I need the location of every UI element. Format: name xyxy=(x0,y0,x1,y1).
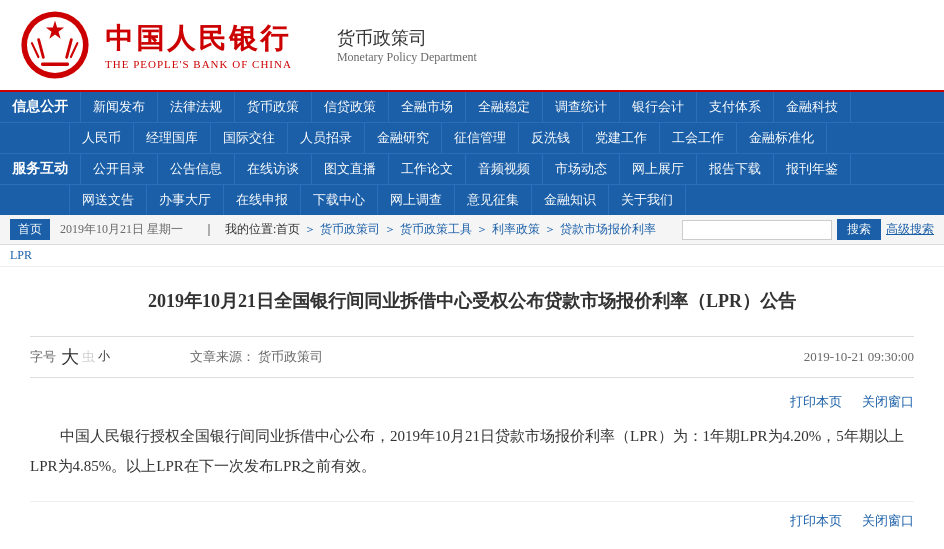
nav-items-row2: 人民币 经理国库 国际交往 人员招录 金融研究 征信管理 反洗钱 党建工作 工会… xyxy=(70,123,944,153)
nav-gongkai-mulu[interactable]: 公开目录 xyxy=(81,154,158,184)
nav-jinrong-stable[interactable]: 全融稳定 xyxy=(466,92,543,122)
nav-jinrong-market[interactable]: 全融市场 xyxy=(389,92,466,122)
breadcrumb-path-1[interactable]: 货币政策司 xyxy=(320,221,380,238)
nav-baogao[interactable]: 报告下载 xyxy=(697,154,774,184)
nav-zaixian-shenbao[interactable]: 在线申报 xyxy=(224,185,301,215)
nav-diaocha[interactable]: 调查统计 xyxy=(543,92,620,122)
breadcrumb-date: 2019年10月21日 星期一 xyxy=(60,221,183,238)
nav-xiazai[interactable]: 下载中心 xyxy=(301,185,378,215)
nav-fanxi[interactable]: 反洗钱 xyxy=(519,123,583,153)
nav-row-4: 网送文告 办事大厅 在线申报 下载中心 网上调查 意见征集 金融知识 关于我们 xyxy=(0,184,944,215)
nav-xinwen[interactable]: 新闻发布 xyxy=(81,92,158,122)
nav-huobi[interactable]: 货币政策 xyxy=(235,92,312,122)
search-input[interactable] xyxy=(682,220,832,240)
font-large-btn[interactable]: 大 xyxy=(61,345,79,369)
svg-rect-7 xyxy=(41,63,69,67)
nav-tuwen[interactable]: 图文直播 xyxy=(312,154,389,184)
nav-renminbi[interactable]: 人民币 xyxy=(70,123,134,153)
article-date: 2019-10-21 09:30:00 xyxy=(804,349,914,365)
font-size-label: 字号 xyxy=(30,348,56,366)
breadcrumb-path-2[interactable]: 货币政策工具 xyxy=(400,221,472,238)
dept-name-en: Monetary Policy Department xyxy=(337,50,477,65)
logo-text: 中国人民银行 THE PEOPLE'S BANK OF CHINA xyxy=(105,20,292,70)
breadcrumb-sep-arrow: ＞ xyxy=(304,221,316,238)
nav-zhengxin[interactable]: 征信管理 xyxy=(442,123,519,153)
nav-jinrong-tech[interactable]: 金融科技 xyxy=(774,92,851,122)
dept-name-cn: 货币政策司 xyxy=(337,26,477,50)
print-link-bottom[interactable]: 打印本页 xyxy=(790,512,842,530)
nav-zaixian-fangtan[interactable]: 在线访谈 xyxy=(235,154,312,184)
nav-wangshang[interactable]: 网上展厅 xyxy=(620,154,697,184)
nav-banshe[interactable]: 办事大厅 xyxy=(147,185,224,215)
font-small-btn[interactable]: 小 xyxy=(98,348,110,365)
nav-wangshang-diaocha[interactable]: 网上调查 xyxy=(378,185,455,215)
nav-jinrong-zhishi[interactable]: 金融知识 xyxy=(532,185,609,215)
breadcrumb-sep4: ＞ xyxy=(544,221,556,238)
nav-row-3: 服务互动 公开目录 公告信息 在线访谈 图文直播 工作论文 音频视频 市场动态 … xyxy=(0,153,944,184)
nav-row-2: 人民币 经理国库 国际交往 人员招录 金融研究 征信管理 反洗钱 党建工作 工会… xyxy=(0,122,944,153)
action-bar-top: 打印本页 关闭窗口 xyxy=(30,393,914,411)
article-body: 中国人民银行授权全国银行间同业拆借中心公布，2019年10月21日贷款市场报价利… xyxy=(30,421,914,481)
breadcrumb-lpr: LPR xyxy=(0,245,944,267)
breadcrumb-sep2: ＞ xyxy=(384,221,396,238)
bank-name-en: THE PEOPLE'S BANK OF CHINA xyxy=(105,58,292,70)
article-title: 2019年10月21日全国银行间同业拆借中心受权公布贷款市场报价利率（LPR）公… xyxy=(30,287,914,316)
print-link-top[interactable]: 打印本页 xyxy=(790,393,842,411)
article-meta: 字号 大 虫 小 文章来源： 货币政策司 2019-10-21 09:30:00 xyxy=(30,336,914,378)
logo-area: 中国人民银行 THE PEOPLE'S BANK OF CHINA 货币政策司 … xyxy=(20,10,477,80)
nav-gonggao[interactable]: 公告信息 xyxy=(158,154,235,184)
nav-dangji[interactable]: 党建工作 xyxy=(583,123,660,153)
search-button[interactable]: 搜索 xyxy=(837,219,881,240)
home-button[interactable]: 首页 xyxy=(10,219,50,240)
breadcrumb-bar: 首页 2019年10月21日 星期一 ｜ 我的位置:首页 ＞ 货币政策司 ＞ 货… xyxy=(0,215,944,245)
nav-guoku[interactable]: 经理国库 xyxy=(134,123,211,153)
nav-guanyu[interactable]: 关于我们 xyxy=(609,185,686,215)
source-label: 文章来源： xyxy=(190,349,255,364)
nav-yinhang-kuaiji[interactable]: 银行会计 xyxy=(620,92,697,122)
nav-label-service: 服务互动 xyxy=(0,154,81,184)
source-value: 货币政策司 xyxy=(258,349,323,364)
nav-baogan[interactable]: 报刊年鉴 xyxy=(774,154,851,184)
page-header: 中国人民银行 THE PEOPLE'S BANK OF CHINA 货币政策司 … xyxy=(0,0,944,92)
search-area: 搜索 高级搜索 xyxy=(682,219,934,240)
nav-shichang[interactable]: 市场动态 xyxy=(543,154,620,184)
nav-falv[interactable]: 法律法规 xyxy=(158,92,235,122)
nav-jinrong-research[interactable]: 金融研究 xyxy=(365,123,442,153)
nav-gonghui[interactable]: 工会工作 xyxy=(660,123,737,153)
breadcrumb-path-3[interactable]: 利率政策 xyxy=(492,221,540,238)
action-bar-bottom: 打印本页 关闭窗口 xyxy=(30,501,914,530)
nav-xindai[interactable]: 信贷政策 xyxy=(312,92,389,122)
advanced-search-link[interactable]: 高级搜索 xyxy=(886,221,934,238)
dept-info: 货币政策司 Monetary Policy Department xyxy=(337,26,477,65)
breadcrumb-sep3: ＞ xyxy=(476,221,488,238)
nav-row-1: 信息公开 新闻发布 法律法规 货币政策 信贷政策 全融市场 全融稳定 调查统计 … xyxy=(0,92,944,122)
breadcrumb-links: ＞ 货币政策司 ＞ 货币政策工具 ＞ 利率政策 ＞ 贷款市场报价利率 xyxy=(300,221,656,238)
bank-name-cn: 中国人民银行 xyxy=(105,20,291,58)
close-link-top[interactable]: 关闭窗口 xyxy=(862,393,914,411)
nav-yijian[interactable]: 意见征集 xyxy=(455,185,532,215)
nav-guoji[interactable]: 国际交往 xyxy=(211,123,288,153)
nav-renlu[interactable]: 人员招录 xyxy=(288,123,365,153)
lpr-label[interactable]: LPR xyxy=(10,248,32,262)
nav-items-row4: 网送文告 办事大厅 在线申报 下载中心 网上调查 意见征集 金融知识 关于我们 xyxy=(70,185,944,215)
article-content: 2019年10月21日全国银行间同业拆借中心受权公布贷款市场报价利率（LPR）公… xyxy=(0,267,944,549)
breadcrumb-path-4[interactable]: 贷款市场报价利率 xyxy=(560,221,656,238)
close-link-bottom[interactable]: 关闭窗口 xyxy=(862,512,914,530)
nav-wangsong[interactable]: 网送文告 xyxy=(70,185,147,215)
nav-lunwen[interactable]: 工作论文 xyxy=(389,154,466,184)
nav-biaozhun[interactable]: 金融标准化 xyxy=(737,123,827,153)
bank-emblem xyxy=(20,10,90,80)
nav-label-info: 信息公开 xyxy=(0,92,81,122)
nav-yinpin[interactable]: 音频视频 xyxy=(466,154,543,184)
navigation: 信息公开 新闻发布 法律法规 货币政策 信贷政策 全融市场 全融稳定 调查统计 … xyxy=(0,92,944,215)
nav-items-row3: 公开目录 公告信息 在线访谈 图文直播 工作论文 音频视频 市场动态 网上展厅 … xyxy=(81,154,944,184)
nav-items-row1: 新闻发布 法律法规 货币政策 信贷政策 全融市场 全融稳定 调查统计 银行会计 … xyxy=(81,92,944,122)
breadcrumb-separator1: ｜ xyxy=(203,221,215,238)
nav-zhifu[interactable]: 支付体系 xyxy=(697,92,774,122)
article-source: 文章来源： 货币政策司 xyxy=(190,348,323,366)
breadcrumb-my-location: 我的位置:首页 xyxy=(225,221,300,238)
